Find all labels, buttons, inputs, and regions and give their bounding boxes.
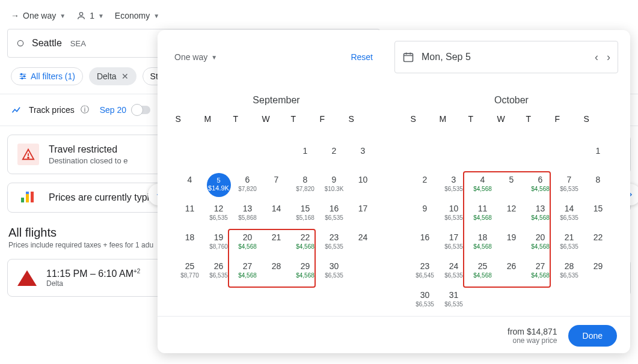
day-number: 19: [497, 232, 526, 243]
day-number: 18: [468, 232, 497, 243]
calendar-day[interactable]: 7: [262, 172, 291, 201]
calendar-day[interactable]: 27$4,568: [233, 258, 262, 287]
day-number: 12: [204, 203, 233, 214]
calendar-day[interactable]: 10$6,535: [440, 201, 468, 229]
calendar-day[interactable]: 11: [176, 201, 204, 229]
month-name: September: [171, 95, 382, 106]
calendar-day[interactable]: 16: [411, 229, 440, 258]
calendar-day[interactable]: 6$7,820: [233, 172, 262, 201]
calendar-day[interactable]: 24$6,535: [440, 258, 468, 287]
trip-type-selector[interactable]: → One way ▼: [11, 11, 66, 20]
calendar-day[interactable]: 25$8,770: [176, 258, 204, 287]
date-step-nav: ‹ ›: [595, 51, 610, 64]
day-price: $6,535: [555, 272, 584, 279]
calendar-day[interactable]: 31$6,535: [440, 287, 468, 316]
svg-point-3: [23, 76, 25, 77]
day-number: 19: [204, 232, 233, 243]
calendar-day[interactable]: 1: [291, 143, 320, 172]
calendar-day[interactable]: 29$4,568: [291, 258, 320, 287]
person-icon: [76, 11, 86, 20]
calendar-day[interactable]: 2: [320, 143, 349, 172]
day-number: 6: [233, 174, 262, 185]
calendar-day[interactable]: 16$6,535: [320, 201, 349, 229]
day-price: $6,545: [411, 272, 440, 279]
calendar-day[interactable]: 23$6,545: [411, 258, 440, 287]
calendar-day[interactable]: 22$4,568: [291, 229, 320, 258]
info-icon[interactable]: ⓘ: [81, 105, 89, 115]
calendar-day[interactable]: 30$6,535: [320, 258, 349, 287]
calendar-day[interactable]: 5$14.9K: [204, 172, 233, 201]
calendar-day[interactable]: 11$4,568: [468, 201, 497, 229]
day-number: 7: [555, 174, 584, 185]
calendar-day[interactable]: 17$6,535: [440, 229, 468, 258]
date-next-icon[interactable]: ›: [607, 51, 610, 64]
calendar-day[interactable]: 9: [411, 201, 440, 229]
calendar-day[interactable]: 12$6,535: [204, 201, 233, 229]
calendar-day[interactable]: 28: [262, 258, 291, 287]
calendar-day[interactable]: 19: [497, 229, 526, 258]
calendar-day[interactable]: 26$6,535: [204, 258, 233, 287]
calendar-day[interactable]: 25$4,568: [468, 258, 497, 287]
calendar-day[interactable]: 13$5,868: [233, 201, 262, 229]
airline-filter-chip[interactable]: Delta ✕: [89, 67, 136, 85]
day-number: 2: [320, 145, 349, 156]
date-prev-icon[interactable]: ‹: [595, 51, 598, 64]
calendar-day[interactable]: 7$6,535: [555, 172, 584, 201]
departure-date-input[interactable]: Mon, Sep 5 ‹ ›: [394, 41, 618, 73]
calendar-day[interactable]: 27$4,568: [526, 258, 555, 287]
calendar-day[interactable]: 23$6,535: [320, 229, 349, 258]
calendar-day[interactable]: 18$4,568: [468, 229, 497, 258]
day-number: 17: [349, 203, 378, 214]
calendar-day[interactable]: 8: [584, 172, 613, 201]
day-number: 20: [526, 232, 555, 243]
calendar-day[interactable]: 21: [262, 229, 291, 258]
reset-button[interactable]: Reset: [351, 52, 373, 62]
calendar-day[interactable]: 4$4,568: [468, 172, 497, 201]
all-filters-chip[interactable]: All filters (1): [11, 67, 83, 85]
calendar-day[interactable]: 3: [349, 143, 378, 172]
track-date[interactable]: Sep 20: [100, 105, 126, 115]
calendar-day[interactable]: 13$4,568: [526, 201, 555, 229]
day-number: 7: [262, 174, 291, 185]
calendar-day[interactable]: 17: [349, 201, 378, 229]
calendar-day[interactable]: 1: [584, 143, 613, 172]
calendar-day[interactable]: 28$6,535: [555, 258, 584, 287]
day-of-week: T: [291, 114, 320, 143]
calendar-day[interactable]: 15$5,168: [291, 201, 320, 229]
calendar-day[interactable]: 21$6,535: [555, 229, 584, 258]
cabin-selector[interactable]: Economy ▼: [115, 11, 159, 20]
track-prices-toggle[interactable]: [132, 106, 150, 114]
calendar-day[interactable]: 19$8,760: [204, 229, 233, 258]
calendar-day[interactable]: 4: [176, 172, 204, 201]
calendar-day[interactable]: 29: [584, 258, 613, 287]
calendar-day[interactable]: 20$4,568: [526, 229, 555, 258]
calendar-day[interactable]: 15: [584, 201, 613, 229]
day-price: $4,568: [233, 243, 262, 250]
close-icon[interactable]: ✕: [121, 71, 129, 81]
day-price: $6,535: [440, 243, 468, 250]
day-of-week: T: [233, 114, 262, 143]
calendar-day[interactable]: 9$10.3K: [320, 172, 349, 201]
calendar-day[interactable]: 8$7,820: [291, 172, 320, 201]
calendar-day[interactable]: 24: [349, 229, 378, 258]
calendar-day[interactable]: 14: [262, 201, 291, 229]
day-of-week: M: [440, 114, 468, 143]
calendar-day[interactable]: 22: [584, 229, 613, 258]
calendar-day[interactable]: 26: [497, 258, 526, 287]
panel-trip-selector[interactable]: One way ▼: [174, 52, 217, 62]
calendar-day[interactable]: 2: [411, 172, 440, 201]
done-button[interactable]: Done: [568, 325, 617, 347]
calendar-day[interactable]: 12: [497, 201, 526, 229]
calendar-day[interactable]: 5: [497, 172, 526, 201]
calendar-day[interactable]: 10: [349, 172, 378, 201]
svg-rect-10: [404, 53, 413, 61]
calendar-day[interactable]: 3$6,535: [440, 172, 468, 201]
day-price: $6,535: [440, 301, 468, 308]
passenger-selector[interactable]: 1 ▼: [76, 11, 104, 20]
calendar-day[interactable]: 6$4,568: [526, 172, 555, 201]
day-price: $6,535: [440, 214, 468, 221]
calendar-day[interactable]: 14$6,535: [555, 201, 584, 229]
calendar-day[interactable]: 18: [176, 229, 204, 258]
calendar-day[interactable]: 20$4,568: [233, 229, 262, 258]
calendar-day[interactable]: 30$6,535: [411, 287, 440, 316]
